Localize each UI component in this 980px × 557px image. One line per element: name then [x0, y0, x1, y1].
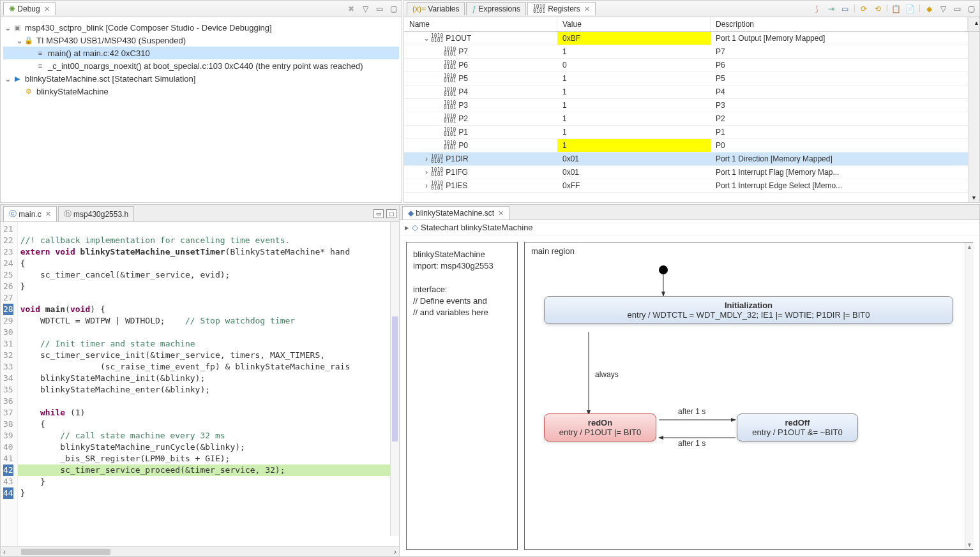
- toolbar-icon[interactable]: ⟳: [858, 3, 870, 15]
- view-menu-icon[interactable]: ▽: [359, 3, 371, 15]
- close-icon[interactable]: ✕: [44, 5, 50, 13]
- debug-tree[interactable]: ⌄ ▣ msp430_sctpro_blink [Code Composer S…: [1, 17, 402, 202]
- stack-frame-entry[interactable]: ≡ _c_int00_noargs_noexit() at boot_speci…: [3, 59, 399, 72]
- register-value[interactable]: 1: [557, 139, 711, 152]
- scroll-up-icon[interactable]: ▲: [968, 17, 979, 31]
- line-number[interactable]: 43: [3, 476, 13, 487]
- tab-variables[interactable]: (x)= Variables: [407, 2, 465, 15]
- close-icon[interactable]: ✕: [498, 209, 504, 218]
- remove-terminated-icon[interactable]: ✖: [345, 3, 357, 15]
- code-line[interactable]: void main(void) {: [18, 304, 399, 315]
- register-value[interactable]: 0xBF: [557, 32, 711, 45]
- statechart-region[interactable]: main region Initialization entry / WDTCT…: [524, 242, 973, 550]
- line-number[interactable]: 34: [3, 373, 13, 384]
- col-value[interactable]: Value: [557, 17, 711, 31]
- register-row[interactable]: ›10100101P1IFG0x01Port 1 Interrupt Flag …: [404, 166, 968, 179]
- register-row[interactable]: 10100101P60P6: [404, 59, 968, 72]
- line-number[interactable]: 38: [3, 419, 13, 430]
- horizontal-scrollbar[interactable]: ‹›: [1, 546, 399, 556]
- statechart-definitions[interactable]: blinkyStateMachine import: msp430g2553 i…: [406, 242, 518, 550]
- col-description[interactable]: Description: [711, 17, 968, 31]
- state-redoff[interactable]: redOff entry / P1OUT &= ~BIT0: [737, 413, 858, 442]
- line-number[interactable]: 41: [3, 453, 13, 464]
- line-number[interactable]: 24: [3, 258, 13, 269]
- register-row[interactable]: ›10100101P1IES0xFFPort 1 Interrupt Edge …: [404, 179, 968, 193]
- register-value[interactable]: 1: [557, 99, 711, 112]
- state-initialization[interactable]: Initialization entry / WDTCTL = WDT_MDLY…: [544, 296, 953, 324]
- code-line[interactable]: // Init timer and state machine: [18, 338, 399, 350]
- line-number[interactable]: 37: [3, 407, 13, 419]
- register-row[interactable]: 10100101P11P1: [404, 126, 968, 139]
- maximize-icon[interactable]: ▢: [388, 3, 399, 15]
- tab-debug[interactable]: ✺ Debug ✕: [3, 2, 56, 15]
- view-menu-icon[interactable]: ▽: [937, 3, 949, 15]
- toolbar-icon[interactable]: ⟆: [811, 3, 823, 15]
- code-editor[interactable]: 2122232425262728293031323334353637383940…: [1, 222, 399, 546]
- code-line[interactable]: [18, 292, 399, 304]
- code-line[interactable]: }: [18, 487, 399, 499]
- close-icon[interactable]: ✕: [45, 210, 51, 218]
- code-line[interactable]: blinkyStateMachine_init(&blinky);: [18, 373, 399, 384]
- expand-icon[interactable]: ⌄: [3, 23, 12, 33]
- line-number[interactable]: 23: [3, 246, 13, 258]
- code-line[interactable]: {: [18, 258, 399, 269]
- minimize-icon[interactable]: ▭: [373, 209, 384, 218]
- code-line[interactable]: WDTCTL = WDTPW | WDTHOLD; // Stop watchd…: [18, 315, 399, 327]
- expand-icon[interactable]: ⌄: [422, 34, 431, 43]
- minimize-icon[interactable]: ▭: [951, 3, 963, 15]
- line-number[interactable]: 35: [3, 384, 13, 396]
- code-line[interactable]: blinkyStateMachine_enter(&blinky);: [18, 384, 399, 396]
- expand-icon[interactable]: ›: [422, 168, 431, 177]
- line-number[interactable]: 40: [3, 442, 13, 453]
- code-line[interactable]: sc_timer_cancel(&timer_service, evid);: [18, 269, 399, 281]
- tab-header[interactable]: ⓗ msp430g2553.h: [58, 206, 134, 221]
- line-number[interactable]: 22: [3, 235, 13, 246]
- code-line[interactable]: [18, 223, 399, 235]
- initial-state[interactable]: [659, 265, 668, 274]
- col-name[interactable]: Name: [404, 17, 557, 31]
- register-value[interactable]: 0: [557, 59, 711, 72]
- code-line[interactable]: sc_timer_service_proceed(&timer_service,…: [18, 464, 399, 476]
- maximize-icon[interactable]: ▢: [386, 209, 396, 218]
- register-value[interactable]: 0x01: [557, 166, 711, 179]
- code-line[interactable]: // call state machine every 32 ms: [18, 430, 399, 442]
- toolbar-icon[interactable]: 📄: [905, 3, 916, 15]
- code-line[interactable]: [18, 396, 399, 407]
- line-number[interactable]: 28: [3, 304, 13, 315]
- line-number[interactable]: 30: [3, 327, 13, 338]
- overview-ruler[interactable]: [390, 222, 399, 536]
- register-row[interactable]: 10100101P01P0: [404, 139, 968, 152]
- register-row[interactable]: 10100101P41P4: [404, 85, 968, 99]
- line-number[interactable]: 32: [3, 350, 13, 361]
- maximize-icon[interactable]: ▢: [965, 3, 977, 15]
- line-number[interactable]: 36: [3, 396, 13, 407]
- register-value[interactable]: 1: [557, 72, 711, 85]
- tree-device[interactable]: ⌄ 🔒 TI MSP430 USB1/MSP430 (Suspended): [3, 34, 399, 47]
- close-icon[interactable]: ✕: [584, 5, 590, 13]
- breadcrumb[interactable]: ▸ ◇ Statechart blinkyStateMachine: [400, 220, 979, 235]
- line-number[interactable]: 26: [3, 281, 13, 292]
- scrollbar[interactable]: ▲▼: [965, 242, 974, 549]
- register-row[interactable]: 10100101P21P2: [404, 112, 968, 126]
- expand-icon[interactable]: ⌄: [15, 36, 24, 45]
- line-number[interactable]: 39: [3, 430, 13, 442]
- scrollbar[interactable]: ▼: [968, 32, 979, 202]
- code-line[interactable]: (sc_raise_time_event_fp) & blinkyStateMa…: [18, 361, 399, 373]
- line-number[interactable]: 21: [3, 223, 13, 235]
- register-value[interactable]: 1: [557, 85, 711, 99]
- tab-main-c[interactable]: ⓒ main.c ✕: [3, 206, 57, 221]
- register-row[interactable]: 10100101P51P5: [404, 72, 968, 85]
- register-value[interactable]: 1: [557, 126, 711, 139]
- toolbar-icon[interactable]: ◆: [923, 3, 935, 15]
- register-value[interactable]: 0xFF: [557, 179, 711, 193]
- line-number[interactable]: 27: [3, 292, 13, 304]
- register-value[interactable]: 1: [557, 45, 711, 59]
- state-redon[interactable]: redOn entry / P1OUT |= BIT0: [544, 413, 656, 442]
- line-number[interactable]: 31: [3, 338, 13, 350]
- line-number[interactable]: 44: [3, 487, 13, 499]
- tab-expressions[interactable]: ƒ Expressions: [466, 2, 525, 15]
- register-value[interactable]: 0x01: [557, 152, 711, 166]
- registers-table-body[interactable]: ⌄10100101P1OUT0xBFPort 1 Output [Memory …: [404, 32, 968, 202]
- register-row[interactable]: ⌄10100101P1OUT0xBFPort 1 Output [Memory …: [404, 32, 968, 45]
- code-line[interactable]: [18, 327, 399, 338]
